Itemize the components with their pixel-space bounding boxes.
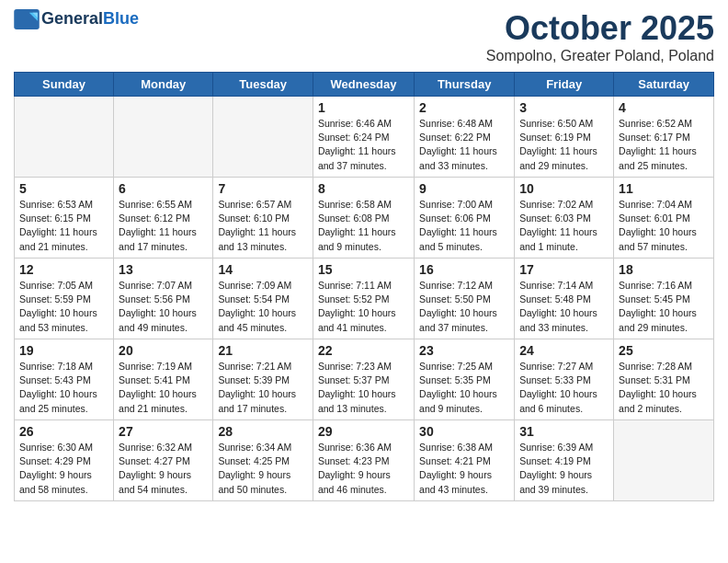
day-info: Sunrise: 6:36 AMSunset: 4:23 PMDaylight:… <box>318 441 409 497</box>
calendar-cell <box>114 97 213 178</box>
day-info: Sunrise: 7:11 AMSunset: 5:52 PMDaylight:… <box>318 279 409 335</box>
day-info: Sunrise: 6:48 AMSunset: 6:22 PMDaylight:… <box>419 117 509 173</box>
logo-icon <box>14 9 40 29</box>
calendar-cell: 23Sunrise: 7:25 AMSunset: 5:35 PMDayligh… <box>415 339 515 420</box>
weekday-header: Tuesday <box>213 73 313 97</box>
weekday-header: Wednesday <box>313 73 414 97</box>
calendar-cell: 14Sunrise: 7:09 AMSunset: 5:54 PMDayligh… <box>213 259 313 339</box>
day-number: 18 <box>619 262 709 277</box>
calendar-cell: 16Sunrise: 7:12 AMSunset: 5:50 PMDayligh… <box>415 259 515 339</box>
day-number: 17 <box>519 262 609 277</box>
day-number: 22 <box>318 343 409 358</box>
calendar-cell: 28Sunrise: 6:34 AMSunset: 4:25 PMDayligh… <box>213 420 313 501</box>
day-number: 5 <box>19 181 108 196</box>
calendar-cell <box>614 420 714 501</box>
calendar-cell <box>15 97 114 178</box>
day-info: Sunrise: 7:18 AMSunset: 5:43 PMDaylight:… <box>19 360 108 416</box>
day-info: Sunrise: 7:28 AMSunset: 5:31 PMDaylight:… <box>619 360 709 416</box>
day-info: Sunrise: 7:21 AMSunset: 5:39 PMDaylight:… <box>218 360 308 416</box>
calendar-week-row: 12Sunrise: 7:05 AMSunset: 5:59 PMDayligh… <box>15 259 714 339</box>
calendar-cell: 30Sunrise: 6:38 AMSunset: 4:21 PMDayligh… <box>415 420 515 501</box>
calendar-cell <box>213 97 313 178</box>
day-number: 23 <box>419 343 509 358</box>
weekday-row: SundayMondayTuesdayWednesdayThursdayFrid… <box>15 73 714 97</box>
day-info: Sunrise: 7:07 AMSunset: 5:56 PMDaylight:… <box>119 279 208 335</box>
calendar-cell: 12Sunrise: 7:05 AMSunset: 5:59 PMDayligh… <box>15 259 114 339</box>
calendar-cell: 25Sunrise: 7:28 AMSunset: 5:31 PMDayligh… <box>614 339 714 420</box>
day-number: 3 <box>519 100 609 115</box>
header: GeneralBlue October 2025 Sompolno, Great… <box>14 9 714 64</box>
day-info: Sunrise: 6:38 AMSunset: 4:21 PMDaylight:… <box>419 441 509 497</box>
day-info: Sunrise: 7:19 AMSunset: 5:41 PMDaylight:… <box>119 360 208 416</box>
calendar-table: SundayMondayTuesdayWednesdayThursdayFrid… <box>14 72 714 501</box>
weekday-header: Saturday <box>614 73 714 97</box>
day-number: 11 <box>619 181 709 196</box>
day-number: 28 <box>218 424 308 439</box>
logo-text: GeneralBlue <box>41 10 139 29</box>
day-number: 8 <box>318 181 409 196</box>
calendar-cell: 19Sunrise: 7:18 AMSunset: 5:43 PMDayligh… <box>15 339 114 420</box>
calendar-cell: 4Sunrise: 6:52 AMSunset: 6:17 PMDaylight… <box>614 97 714 178</box>
calendar-cell: 11Sunrise: 7:04 AMSunset: 6:01 PMDayligh… <box>614 178 714 259</box>
day-number: 10 <box>519 181 609 196</box>
day-number: 13 <box>119 262 208 277</box>
calendar-cell: 22Sunrise: 7:23 AMSunset: 5:37 PMDayligh… <box>313 339 414 420</box>
day-number: 16 <box>419 262 509 277</box>
calendar-cell: 13Sunrise: 7:07 AMSunset: 5:56 PMDayligh… <box>114 259 213 339</box>
day-info: Sunrise: 7:14 AMSunset: 5:48 PMDaylight:… <box>519 279 609 335</box>
calendar-week-row: 5Sunrise: 6:53 AMSunset: 6:15 PMDaylight… <box>15 178 714 259</box>
calendar-cell: 17Sunrise: 7:14 AMSunset: 5:48 PMDayligh… <box>515 259 614 339</box>
calendar-cell: 24Sunrise: 7:27 AMSunset: 5:33 PMDayligh… <box>515 339 614 420</box>
calendar-cell: 29Sunrise: 6:36 AMSunset: 4:23 PMDayligh… <box>313 420 414 501</box>
calendar-cell: 7Sunrise: 6:57 AMSunset: 6:10 PMDaylight… <box>213 178 313 259</box>
day-info: Sunrise: 7:12 AMSunset: 5:50 PMDaylight:… <box>419 279 509 335</box>
day-number: 30 <box>419 424 509 439</box>
calendar-cell: 2Sunrise: 6:48 AMSunset: 6:22 PMDaylight… <box>415 97 515 178</box>
day-number: 31 <box>519 424 609 439</box>
calendar-header: SundayMondayTuesdayWednesdayThursdayFrid… <box>15 73 714 97</box>
calendar-cell: 20Sunrise: 7:19 AMSunset: 5:41 PMDayligh… <box>114 339 213 420</box>
day-info: Sunrise: 7:04 AMSunset: 6:01 PMDaylight:… <box>619 198 709 254</box>
calendar-cell: 5Sunrise: 6:53 AMSunset: 6:15 PMDaylight… <box>15 178 114 259</box>
weekday-header: Thursday <box>415 73 515 97</box>
calendar-week-row: 19Sunrise: 7:18 AMSunset: 5:43 PMDayligh… <box>15 339 714 420</box>
weekday-header: Sunday <box>15 73 114 97</box>
day-number: 26 <box>19 424 108 439</box>
calendar-body: 1Sunrise: 6:46 AMSunset: 6:24 PMDaylight… <box>15 97 714 501</box>
day-number: 1 <box>318 100 409 115</box>
day-info: Sunrise: 6:52 AMSunset: 6:17 PMDaylight:… <box>619 117 709 173</box>
day-info: Sunrise: 6:46 AMSunset: 6:24 PMDaylight:… <box>318 117 409 173</box>
calendar-cell: 26Sunrise: 6:30 AMSunset: 4:29 PMDayligh… <box>15 420 114 501</box>
day-info: Sunrise: 6:53 AMSunset: 6:15 PMDaylight:… <box>19 198 108 254</box>
calendar-cell: 21Sunrise: 7:21 AMSunset: 5:39 PMDayligh… <box>213 339 313 420</box>
day-info: Sunrise: 7:27 AMSunset: 5:33 PMDaylight:… <box>519 360 609 416</box>
day-number: 6 <box>119 181 208 196</box>
day-number: 25 <box>619 343 709 358</box>
calendar-cell: 15Sunrise: 7:11 AMSunset: 5:52 PMDayligh… <box>313 259 414 339</box>
day-info: Sunrise: 6:34 AMSunset: 4:25 PMDaylight:… <box>218 441 308 497</box>
day-number: 14 <box>218 262 308 277</box>
day-number: 20 <box>119 343 208 358</box>
weekday-header: Friday <box>515 73 614 97</box>
day-number: 29 <box>318 424 409 439</box>
month-title: October 2025 <box>486 9 714 48</box>
day-number: 4 <box>619 100 709 115</box>
calendar-cell: 3Sunrise: 6:50 AMSunset: 6:19 PMDaylight… <box>515 97 614 178</box>
day-info: Sunrise: 7:16 AMSunset: 5:45 PMDaylight:… <box>619 279 709 335</box>
calendar-cell: 18Sunrise: 7:16 AMSunset: 5:45 PMDayligh… <box>614 259 714 339</box>
day-info: Sunrise: 7:02 AMSunset: 6:03 PMDaylight:… <box>519 198 609 254</box>
day-number: 15 <box>318 262 409 277</box>
logo-line1: General <box>41 9 103 28</box>
day-info: Sunrise: 7:23 AMSunset: 5:37 PMDaylight:… <box>318 360 409 416</box>
calendar-cell: 6Sunrise: 6:55 AMSunset: 6:12 PMDaylight… <box>114 178 213 259</box>
day-number: 9 <box>419 181 509 196</box>
day-info: Sunrise: 6:32 AMSunset: 4:27 PMDaylight:… <box>119 441 208 497</box>
calendar-cell: 1Sunrise: 6:46 AMSunset: 6:24 PMDaylight… <box>313 97 414 178</box>
title-block: October 2025 Sompolno, Greater Poland, P… <box>486 9 714 64</box>
day-number: 21 <box>218 343 308 358</box>
weekday-header: Monday <box>114 73 213 97</box>
day-info: Sunrise: 6:55 AMSunset: 6:12 PMDaylight:… <box>119 198 208 254</box>
day-info: Sunrise: 7:05 AMSunset: 5:59 PMDaylight:… <box>19 279 108 335</box>
day-number: 19 <box>19 343 108 358</box>
day-info: Sunrise: 6:57 AMSunset: 6:10 PMDaylight:… <box>218 198 308 254</box>
